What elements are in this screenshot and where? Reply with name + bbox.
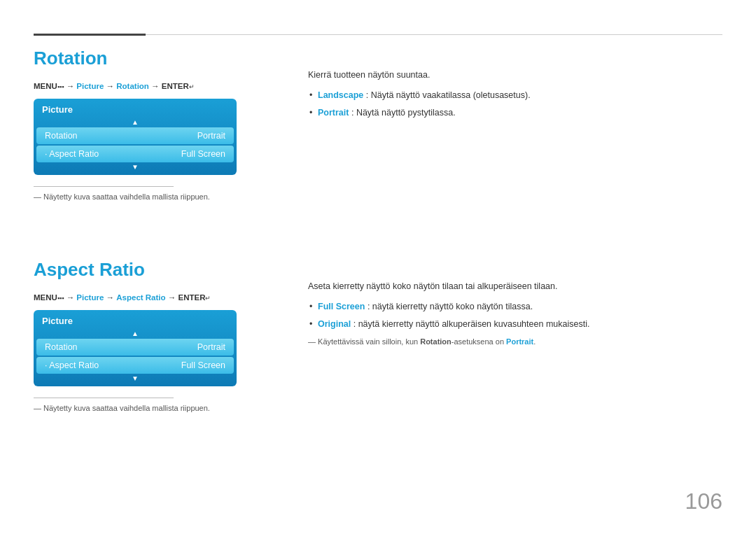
menu2-item1: Picture <box>76 293 104 302</box>
section2-footnote: ― Käytettävissä vain silloin, kun Rotati… <box>308 337 722 346</box>
footnote-highlight: Portrait <box>506 337 533 346</box>
enter-icon: ↵ <box>189 83 195 90</box>
section2-arrow-down: ▼ <box>34 375 237 382</box>
section1-bullet2-text: : Näytä näyttö pystytilassa. <box>351 108 456 118</box>
section2-bullets: Full Screen : näytä kierretty näyttö kok… <box>308 300 722 331</box>
menu-suffix: ENTER <box>162 82 189 90</box>
section1-note-area: ― Näytetty kuva saattaa vaihdella mallis… <box>34 186 300 201</box>
section2-bullet1-highlight: Full Screen <box>318 302 365 311</box>
section1-menu-path: MENU▪▪▪ → Picture → Rotation → ENTER↵ <box>34 82 300 90</box>
section1-bullet1-highlight: Landscape <box>318 90 363 100</box>
section2-note-area: ― Näytetty kuva saattaa vaihdella mallis… <box>34 398 300 412</box>
section2-title: Aspect Ratio <box>34 259 300 281</box>
arrow2-1: → <box>66 293 75 302</box>
arrow2-3: → <box>168 293 176 302</box>
section2-hr <box>34 398 174 398</box>
section1-picture-box: Picture ▲ Rotation Portrait · Aspect Rat… <box>34 99 237 175</box>
section2-intro: Aseta kierretty näyttö koko näytön tilaa… <box>308 280 722 293</box>
section2-row2: · Aspect Ratio Full Screen <box>36 357 234 374</box>
top-line-dark <box>34 34 146 36</box>
section1-row2-value: Full Screen <box>181 149 225 159</box>
section1-row2-label: · Aspect Ratio <box>45 149 99 159</box>
menu2-suffix: ENTER <box>178 293 205 302</box>
section2-note: ― Näytetty kuva saattaa vaihdella mallis… <box>34 404 300 412</box>
section1-left: Rotation MENU▪▪▪ → Picture → Rotation → … <box>34 48 300 201</box>
footnote-middle: -asetuksena on <box>451 337 506 346</box>
top-line-light <box>146 34 722 35</box>
section1-right: Kierrä tuotteen näytön suuntaa. Landscap… <box>308 48 722 126</box>
footnote-prefix: ― Käytettävissä vain silloin, kun <box>308 337 420 346</box>
section1-note: ― Näytetty kuva saattaa vaihdella mallis… <box>34 192 300 201</box>
section2-row2-label: · Aspect Ratio <box>45 360 99 370</box>
section2-menu-path: MENU▪▪▪ → Picture → Aspect Ratio → ENTER… <box>34 293 300 302</box>
section2-row1-label: Rotation <box>45 342 78 352</box>
footnote-end: . <box>533 337 536 346</box>
section2-picture-title: Picture <box>34 313 237 330</box>
section2-row2-value: Full Screen <box>181 360 225 370</box>
menu-item1: Picture <box>76 82 104 90</box>
section2-right: Aseta kierretty näyttö koko näytön tilaa… <box>308 259 722 346</box>
section1-title: Rotation <box>34 48 300 69</box>
menu-icon-1: ▪▪▪ <box>57 83 64 90</box>
section2-picture-box: Picture ▲ Rotation Portrait · Aspect Rat… <box>34 310 237 386</box>
section1-bullet2: Portrait : Näytä näyttö pystytilassa. <box>308 106 722 120</box>
section1-bullet2-highlight: Portrait <box>318 108 349 118</box>
section2-arrow-up: ▲ <box>34 330 237 337</box>
menu2-prefix: MENU <box>34 293 57 302</box>
menu-icon-2: ▪▪▪ <box>57 295 64 302</box>
section2-left: Aspect Ratio MENU▪▪▪ → Picture → Aspect … <box>34 259 300 412</box>
section1-bullet1-text: : Näytä näyttö vaakatilassa (oletusasetu… <box>366 90 531 100</box>
menu-prefix: MENU <box>34 82 57 90</box>
menu-item2: Rotation <box>116 82 149 90</box>
arrow1: → <box>66 82 75 90</box>
section1-row1-value: Portrait <box>197 131 225 141</box>
section1-hr <box>34 186 174 187</box>
section1-row1: Rotation Portrait <box>36 127 234 144</box>
section1-bullet1: Landscape : Näytä näyttö vaakatilassa (o… <box>308 89 722 102</box>
section1-row1-label: Rotation <box>45 131 78 141</box>
section1-intro: Kierrä tuotteen näytön suuntaa. <box>308 69 722 82</box>
arrow2-2: → <box>106 293 115 302</box>
section2-row1: Rotation Portrait <box>36 339 234 356</box>
section2-bullet2-text: : näytä kierretty näyttö alkuperäisen ku… <box>354 319 590 329</box>
section1-row2: · Aspect Ratio Full Screen <box>36 146 234 162</box>
footnote-bold: Rotation <box>420 337 451 346</box>
enter-icon-2: ↵ <box>205 295 211 302</box>
section2-bullet2: Original : näytä kierretty näyttö alkupe… <box>308 318 722 331</box>
top-decorative-lines <box>34 34 722 36</box>
section2-bullet1-text: : näytä kierretty näyttö koko näytön til… <box>368 302 533 311</box>
section2-row1-value: Portrait <box>197 342 225 352</box>
section1-picture-title: Picture <box>34 101 237 119</box>
menu2-item2: Aspect Ratio <box>116 293 165 302</box>
arrow3: → <box>151 82 160 90</box>
section1-bullets: Landscape : Näytä näyttö vaakatilassa (o… <box>308 89 722 120</box>
page-number: 106 <box>685 489 722 514</box>
section1-arrow-down: ▼ <box>34 164 237 171</box>
page: Rotation MENU▪▪▪ → Picture → Rotation → … <box>0 0 756 534</box>
section1-arrow-up: ▲ <box>34 119 237 126</box>
arrow2: → <box>106 82 115 90</box>
section2-bullet1: Full Screen : näytä kierretty näyttö kok… <box>308 300 722 314</box>
section2-bullet2-highlight: Original <box>318 319 351 329</box>
